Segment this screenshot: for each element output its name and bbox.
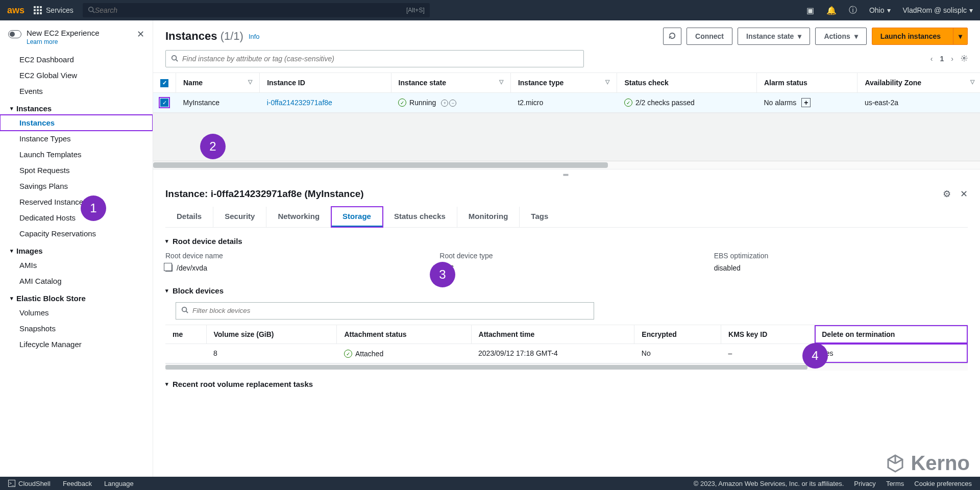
feedback-link[interactable]: Feedback: [63, 480, 92, 487]
sidebar-item-lifecycle-manager[interactable]: Lifecycle Manager: [0, 336, 153, 352]
tab-details[interactable]: Details: [165, 207, 213, 227]
terminal-icon: >_: [8, 480, 15, 487]
chevron-down-icon[interactable]: ▾: [953, 28, 967, 44]
add-alarm-button[interactable]: +: [801, 98, 811, 107]
launch-instances-button[interactable]: Launch instances ▾: [872, 28, 968, 45]
tab-networking[interactable]: Networking: [266, 207, 331, 227]
block-devices-table-wrap: me Volume size (GiB) Attachment status A…: [165, 325, 968, 364]
actions-button[interactable]: Actions▾: [815, 28, 866, 45]
filter-input[interactable]: [182, 55, 578, 63]
tab-monitoring[interactable]: Monitoring: [457, 207, 520, 227]
aws-logo[interactable]: aws: [7, 5, 24, 16]
refresh-button[interactable]: [663, 28, 681, 45]
close-icon[interactable]: ✕: [960, 188, 968, 200]
sidebar-section-images[interactable]: Images: [0, 241, 153, 257]
sort-icon[interactable]: ▽: [970, 79, 974, 85]
info-link[interactable]: Info: [249, 33, 260, 40]
root-name-label: Root device name: [165, 252, 419, 260]
global-search[interactable]: [Alt+S]: [83, 3, 430, 17]
services-menu[interactable]: Services: [30, 6, 78, 14]
col-alarm-status: Alarm status: [756, 73, 857, 92]
sidebar-item-savings-plans[interactable]: Savings Plans: [0, 178, 153, 194]
select-all-checkbox[interactable]: ✓: [160, 79, 168, 87]
block-device-filter[interactable]: [176, 302, 594, 320]
tab-tags[interactable]: Tags: [520, 207, 559, 227]
privacy-link[interactable]: Privacy: [854, 480, 876, 487]
sidebar-item-instance-types[interactable]: Instance Types: [0, 131, 153, 146]
sidebar-section-instances[interactable]: Instances: [0, 99, 153, 115]
sort-icon[interactable]: ▽: [605, 79, 609, 85]
instance-id-link[interactable]: i-0ffa214232971af8e: [267, 99, 332, 107]
col-attach-time: Attachment time: [471, 325, 634, 344]
root-device-section[interactable]: Root device details: [165, 228, 968, 250]
sidebar-item-launch-templates[interactable]: Launch Templates: [0, 146, 153, 162]
terms-link[interactable]: Terms: [886, 480, 904, 487]
sidebar-item-instances[interactable]: Instances: [0, 115, 153, 131]
sort-icon[interactable]: ▽: [499, 79, 503, 85]
new-experience-label: New EC2 Experience: [27, 29, 100, 37]
learn-more-link[interactable]: Learn more: [27, 38, 58, 45]
sidebar-item-global-view[interactable]: EC2 Global View: [0, 67, 153, 83]
sidebar-item-volumes[interactable]: Volumes: [0, 305, 153, 321]
sidebar-item-events[interactable]: Events: [0, 83, 153, 99]
tab-storage[interactable]: Storage: [331, 207, 383, 227]
help-icon[interactable]: ⓘ: [849, 5, 857, 16]
tab-security[interactable]: Security: [213, 207, 266, 227]
grid-icon: [34, 6, 42, 14]
page-title: Instances (1/1): [165, 30, 243, 43]
language-link[interactable]: Language: [104, 480, 134, 487]
prev-page-button[interactable]: ‹: [930, 55, 933, 63]
services-label: Services: [46, 6, 74, 14]
instance-state-button[interactable]: Instance state▾: [738, 28, 810, 45]
sidebar-item-reserved-instances[interactable]: Reserved Instances: [0, 194, 153, 210]
sidebar-item-capacity-reservations[interactable]: Capacity Reservations: [0, 226, 153, 241]
callout-2: 2: [200, 134, 226, 159]
pagination: ‹ 1 ›: [930, 55, 968, 63]
detail-header: Instance: i-0ffa214232971af8e (MyInstanc…: [165, 185, 968, 207]
detail-title: Instance: i-0ffa214232971af8e (MyInstanc…: [165, 188, 364, 200]
close-icon[interactable]: ✕: [137, 29, 144, 40]
cloudshell-icon[interactable]: ▣: [806, 6, 814, 15]
cloudshell-button[interactable]: >_CloudShell: [8, 480, 51, 487]
region-selector[interactable]: Ohio▾: [869, 6, 891, 14]
tab-status-checks[interactable]: Status checks: [383, 207, 457, 227]
callout-3: 3: [430, 262, 455, 287]
block-devices-section[interactable]: Block devices: [165, 277, 968, 299]
status-check: 2/2 checks passed: [624, 99, 695, 107]
zoom-icons[interactable]: +−: [441, 100, 456, 107]
cell-az: us-east-2a: [857, 92, 980, 112]
connect-button[interactable]: Connect: [687, 28, 732, 45]
instance-filter[interactable]: [165, 50, 584, 67]
sidebar-item-ami-catalog[interactable]: AMI Catalog: [0, 273, 153, 289]
new-experience-toggle[interactable]: [8, 30, 21, 38]
row-checkbox[interactable]: ✓: [160, 99, 168, 107]
sidebar-item-spot-requests[interactable]: Spot Requests: [0, 162, 153, 178]
sidebar-item-dedicated-hosts[interactable]: Dedicated Hosts: [0, 210, 153, 226]
table-row[interactable]: 8 Attached 2023/09/12 17:18 GMT-4 No – Y…: [165, 344, 968, 363]
content-pane: Instances (1/1) Info Connect Instance st…: [153, 20, 980, 477]
chevron-down-icon: ▾: [854, 32, 858, 40]
table-row[interactable]: ✓ MyInstance i-0ffa214232971af8e Running…: [153, 92, 980, 112]
col-encrypted: Encrypted: [634, 325, 721, 344]
col-volume-size: Volume size (GiB): [206, 325, 337, 344]
cell-kms: –: [721, 344, 815, 363]
sidebar-section-ebs[interactable]: Elastic Block Store: [0, 289, 153, 305]
cookie-link[interactable]: Cookie preferences: [914, 480, 972, 487]
sidebar-item-dashboard[interactable]: EC2 Dashboard: [0, 52, 153, 67]
settings-icon[interactable]: [961, 55, 968, 63]
copy-icon[interactable]: [165, 264, 173, 272]
split-handle[interactable]: ═: [153, 169, 980, 180]
search-input[interactable]: [95, 6, 406, 14]
notifications-icon[interactable]: 🔔: [826, 6, 837, 15]
horizontal-scrollbar[interactable]: [153, 161, 980, 169]
next-page-button[interactable]: ›: [951, 55, 953, 63]
account-menu[interactable]: VladRom @ solisplc▾: [903, 6, 973, 14]
settings-icon[interactable]: ⚙: [943, 188, 951, 200]
recent-tasks-section[interactable]: Recent root volume replacement tasks: [165, 371, 968, 393]
block-filter-input[interactable]: [192, 307, 589, 314]
horizontal-scrollbar[interactable]: [165, 363, 968, 371]
page-number: 1: [940, 55, 944, 63]
sidebar-item-amis[interactable]: AMIs: [0, 257, 153, 273]
sort-icon[interactable]: ▽: [248, 79, 252, 85]
sidebar-item-snapshots[interactable]: Snapshots: [0, 321, 153, 336]
